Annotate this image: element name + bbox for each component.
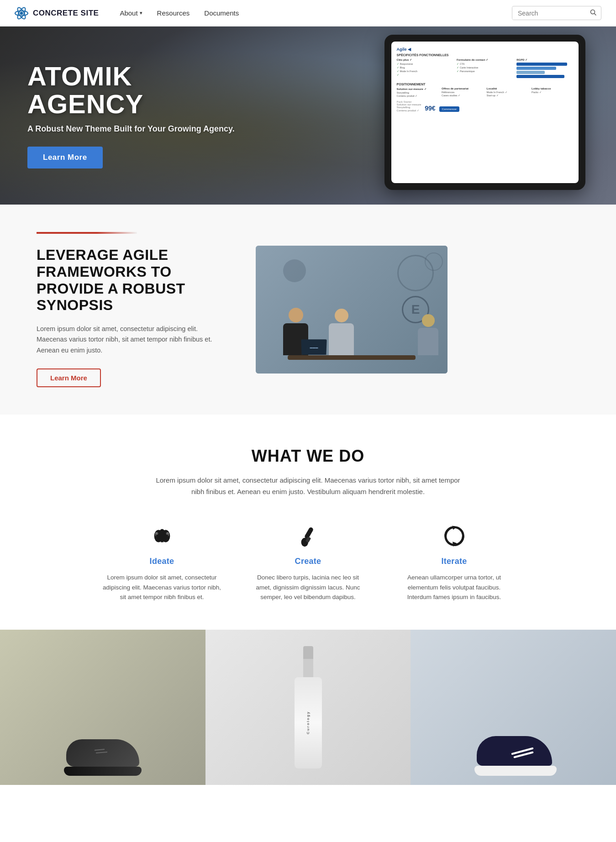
tablet-title: Agile ◀ [397,47,573,52]
product-shoe-2[interactable] [411,630,616,785]
whatwedo-section: WHAT WE DO Lorem ipsum dolor sit amet, c… [0,415,616,630]
tablet-position-label: POSITIONNEMENT [397,83,573,86]
leverage-body: Lorem ipsum dolor sit amet, consectetur … [37,324,228,356]
nav-links: About ▾ Resources Documents [113,6,512,20]
site-logo[interactable]: CONCRETE SITE [15,6,99,20]
tablet-cta[interactable]: Commencer [439,106,460,112]
feature-ideate-label: Ideate [103,557,221,566]
leverage-left-col: LEVERAGE AGILE FRAMEWORKS TO PROVIDE A R… [37,232,228,387]
nav-resources[interactable]: Resources [151,6,196,20]
table-surface [288,355,416,360]
navbar: CONCRETE SITE About ▾ Resources Document… [0,0,616,26]
tablet-features-row: Clés plus ✓ ✓ Responsive ✓ Blog ✓ Mode I… [397,58,573,81]
product-bottle[interactable]: Curology [205,630,411,785]
leverage-section: LEVERAGE AGILE FRAMEWORKS TO PROVIDE A R… [0,205,616,415]
brush-icon [249,523,368,549]
leverage-divider [37,232,137,234]
svg-line-5 [595,14,596,16]
svg-rect-9 [161,535,163,542]
feature-iterate-label: Iterate [395,557,514,566]
tablet-screen: Agile ◀ SPÉCIFICITÉS FONCTIONNELLES Clés… [391,42,579,183]
feature-ideate: Ideate Lorem ipsum dolor sit amet, conse… [103,523,221,602]
svg-point-0 [20,11,23,15]
hero-content: ATOMIK AGENCY A Robust New Theme Built f… [0,44,274,187]
tablet-features-label: SPÉCIFICITÉS FONCTIONNELLES [397,53,573,57]
product-shoe-1[interactable] [0,630,205,785]
logo-text: CONCRETE SITE [33,9,99,18]
iterate-icon [395,523,514,549]
whatwedo-title: WHAT WE DO [37,447,579,466]
search-icon [590,9,596,16]
feature-create-label: Create [249,557,368,566]
brain-icon [103,523,221,549]
shoe-1-shape [62,730,144,776]
atom-icon [15,6,28,20]
nav-about[interactable]: About ▾ [113,6,148,20]
search-bar [512,6,601,20]
feature-iterate-desc: Aenean ullamcorper urna tortor, ut eleme… [395,573,514,602]
leverage-image: E ▬▬▬ [256,246,448,374]
hero-title: ATOMIK AGENCY [27,63,247,118]
hero-tablet-device: Agile ◀ SPÉCIFICITÉS FONCTIONNELLES Clés… [384,35,585,190]
bottle-brand-text: Curology [306,711,310,734]
person-2 [329,309,354,355]
tablet-price: 99€ [425,105,435,112]
nav-documents[interactable]: Documents [198,6,245,20]
bottle-shape: Curology [295,630,322,785]
tablet-price-row: Pack Starter Solution sur-mesure Storyte… [397,100,573,112]
feature-create-desc: Donec libero turpis, lacinia nec leo sit… [249,573,368,602]
hero-learn-more-button[interactable]: Learn More [27,147,103,168]
leverage-learn-more-button[interactable]: Learn More [37,368,101,387]
svg-point-8 [159,529,165,536]
decor-circle-3 [425,253,443,271]
leverage-title: LEVERAGE AGILE FRAMEWORKS TO PROVIDE A R… [37,247,228,314]
person-3 [418,314,438,355]
search-input[interactable] [512,7,585,20]
hero-subtitle: A Robust New Theme Built for Your Growin… [27,124,247,134]
feature-ideate-desc: Lorem ipsum dolor sit amet, consectetur … [103,573,221,602]
leverage-right-col: E ▬▬▬ [256,246,448,374]
decor-circle-2 [283,259,306,282]
laptop: ▬▬▬ [301,339,326,355]
tablet-position-row: Solution sur-mesure ✓ Storytelling Conte… [397,87,573,98]
feature-iterate: Iterate Aenean ullamcorper urna tortor, … [395,523,514,602]
whatwedo-desc: Lorem ipsum dolor sit amet, consectetur … [153,475,463,498]
features-grid: Ideate Lorem ipsum dolor sit amet, conse… [37,523,579,602]
chevron-down-icon: ▾ [140,10,142,16]
feature-create: Create Donec libero turpis, lacinia nec … [249,523,368,602]
search-button[interactable] [585,6,601,20]
shoe-2-shape [470,726,557,776]
products-section: Curology [0,630,616,785]
hero-section: Agile ◀ SPÉCIFICITÉS FONCTIONNELLES Clés… [0,26,616,205]
